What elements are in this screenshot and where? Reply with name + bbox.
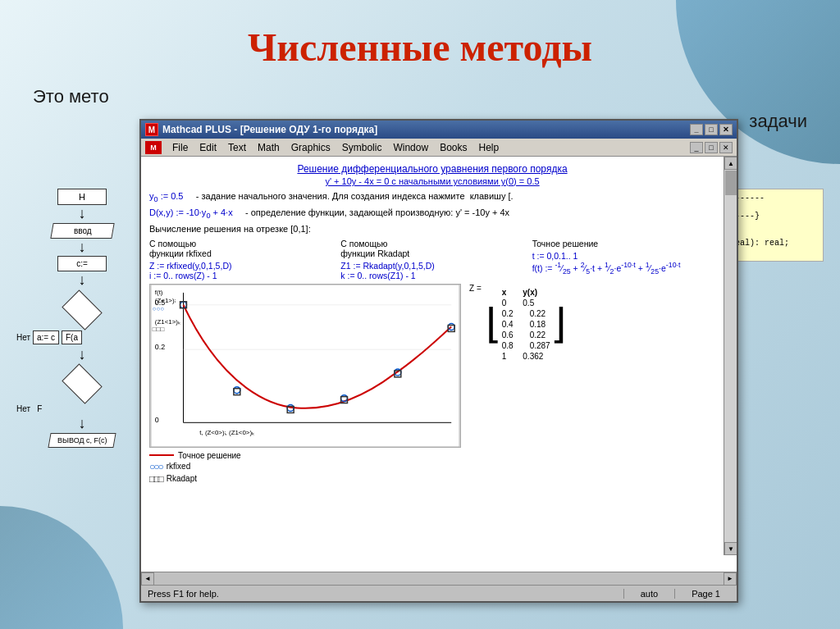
table-row: 0.60.22 [502, 330, 550, 340]
svg-text:0.2: 0.2 [155, 343, 165, 351]
title-buttons: _ □ ✕ [690, 124, 733, 135]
svg-text:(Z<1>)ᵢ: (Z<1>)ᵢ [155, 296, 176, 303]
scroll-left-arrow[interactable]: ◄ [141, 572, 154, 586]
mathcad-app-icon: M [145, 123, 158, 136]
col2-formula2: k := 0.. rows(Z1) - 1 [340, 271, 523, 280]
legend-rkadapt: □□□ Rkadapt [149, 473, 715, 485]
legend-exact: Точное решение [149, 451, 715, 460]
table-row: 0.40.18 [502, 320, 550, 329]
right-code-block: ------- -----} ; real): real; ; [725, 189, 824, 262]
menu-symbolic[interactable]: Symbolic [337, 141, 387, 154]
svg-text:t, (Z<0>)ᵢ, (Z1<0>)ₖ: t, (Z<0>)ᵢ, (Z1<0>)ₖ [199, 429, 254, 436]
legend-label-exact: Точное решение [178, 451, 241, 460]
status-bar: Press F1 for help. auto Page 1 [141, 585, 737, 601]
y0-line: y0 := 0.5 - задание начального значения.… [149, 190, 715, 205]
fc-diamond2 [62, 364, 102, 404]
scroll-up-arrow[interactable]: ▲ [724, 157, 737, 170]
menu-edit[interactable]: Edit [194, 141, 221, 154]
scroll-thumb[interactable] [725, 171, 737, 195]
svg-text:□□□: □□□ [153, 326, 165, 333]
col3-formula2: f(t) := -1⁄25 + 2⁄5·t + 1⁄2·e-10·t + 1⁄2… [532, 261, 715, 276]
title-bar-left: M Mathcad PLUS - [Решение ОДУ 1-го поряд… [145, 123, 377, 136]
menu-graphics[interactable]: Graphics [286, 141, 336, 154]
fc-arrow2: ↓ [16, 239, 148, 257]
svg-text:(Z1<1>)ₖ: (Z1<1>)ₖ [155, 317, 180, 325]
col-exact: Точное решение t := 0,0.1.. 1 f(t) := -1… [532, 239, 715, 280]
code-line-2: -----} [730, 212, 819, 221]
menu-text[interactable]: Text [223, 141, 251, 154]
scroll-right-arrow[interactable]: ► [724, 572, 737, 586]
range-line: Вычисление решения на отрезке [0,1]: [149, 223, 715, 235]
legend: Точное решение ○○○ rkfixed □□□ Rkadapt [149, 451, 715, 485]
code-line-1: ------- [730, 194, 819, 203]
graph-svg: 0.5 0.2 0 f(t) (Z<1>)ᵢ ○○○ (Z1<1>) [150, 285, 460, 447]
dxy-line: D(x,y) := -10·y0 + 4·x - определение фун… [149, 207, 715, 221]
window-title: Mathcad PLUS - [Решение ОДУ 1-го порядка… [162, 124, 377, 135]
scrollbar-horizontal: ◄ ► [141, 572, 737, 585]
status-page: Page 1 [675, 589, 737, 599]
slide-title: Численные методы [0, 0, 840, 82]
table-header: x y(x) [502, 288, 550, 297]
fc-diamond1 [62, 289, 102, 330]
col3-formula1: t := 0,0.1.. 1 [532, 251, 715, 261]
col1-formula2: i := 0.. rows(Z) - 1 [149, 271, 332, 280]
inner-minimize-button[interactable]: _ [690, 142, 703, 153]
scrollbar-right[interactable]: ▲ ▼ [724, 157, 737, 555]
col-yx: y(x) [523, 288, 537, 297]
scroll-down-arrow[interactable]: ▼ [724, 542, 737, 555]
flowchart: H ↓ ввод ↓ c:= ↓ Нет a:= c F(a ↓ Нет F ↓… [16, 189, 148, 448]
app-icon: M [145, 141, 162, 154]
z-matrix-data: x y(x) 00.5 0.20.22 0.40.18 0.60.22 0.80… [502, 284, 550, 365]
slide-subtitle-left: Это мето [0, 82, 840, 112]
minimize-button[interactable]: _ [690, 124, 703, 135]
fc-arrow4: ↓ [16, 346, 148, 364]
menu-books[interactable]: Books [435, 141, 472, 154]
fc-assign: a:= c [33, 330, 59, 344]
svg-text:○○○: ○○○ [153, 304, 164, 312]
menu-math[interactable]: Math [253, 141, 285, 154]
graph-table-area: 0.5 0.2 0 f(t) (Z<1>)ᵢ ○○○ (Z1<1>) [149, 284, 715, 448]
fc-arrow1: ↓ [16, 205, 148, 223]
col1-header: С помощьюфункции rkfixed [149, 239, 332, 258]
fc-calc: c:= [57, 256, 107, 271]
col-x: x [502, 288, 507, 297]
slide-subtitle-right: задачи [749, 111, 807, 132]
status-help: Press F1 for help. [141, 589, 624, 599]
legend-squares: □□□ [149, 473, 162, 485]
doc-subtitle: y' + 10y - 4x = 0 с начальными условиями… [149, 176, 715, 186]
inner-maximize-button[interactable]: □ [705, 142, 718, 153]
close-button[interactable]: ✕ [719, 124, 733, 135]
menu-help[interactable]: Help [474, 141, 504, 154]
fc-output: ВЫВОД c, F(c) [48, 433, 116, 448]
scroll-track [724, 170, 737, 542]
legend-label-rkadapt: Rkadapt [167, 474, 197, 483]
menu-file[interactable]: File [167, 141, 193, 154]
fc-start: H [57, 189, 107, 205]
fc-arrow5: ↓ [16, 415, 148, 433]
code-line-5: ; [730, 248, 819, 257]
status-mode: auto [624, 589, 675, 599]
fc-fa: F(a [62, 330, 82, 344]
bg-decoration-bottom-left [0, 506, 123, 629]
col1-formula1: Z := rkfixed(y,0,1,5,D) [149, 261, 332, 271]
legend-rkfixed: ○○○ rkfixed [149, 461, 715, 472]
col2-header: С помощьюфункции Rkadapt [340, 239, 523, 258]
col2-formula1: Z1 := Rkadapt(y,0,1,5,D) [340, 261, 523, 271]
three-columns: С помощьюфункции rkfixed Z := rkfixed(y,… [149, 239, 715, 280]
legend-label-rkfixed: rkfixed [167, 462, 190, 471]
table-row: 0.80.287 [502, 341, 550, 350]
maximize-button[interactable]: □ [705, 124, 718, 135]
table-row: 00.5 [502, 299, 550, 308]
doc-title: Решение дифференциального уравнения перв… [149, 163, 715, 175]
fc-no1: Нет [16, 333, 30, 342]
menu-window[interactable]: Window [388, 141, 433, 154]
z-table: Z = ⌊ x y(x) 00.5 0.20.22 0.40.18 [469, 284, 715, 448]
title-bar: M Mathcad PLUS - [Решение ОДУ 1-го поряд… [141, 121, 737, 139]
content-area: Решение дифференциального уравнения перв… [141, 157, 737, 572]
fc-input: ввод [50, 223, 114, 239]
table-row: 10.362 [502, 352, 550, 361]
fc-no2: Нет F [16, 404, 148, 413]
inner-close-button[interactable]: ✕ [719, 142, 733, 153]
menu-bar: M File Edit Text Math Graphics Symbolic … [141, 139, 737, 157]
svg-text:f(t): f(t) [155, 288, 163, 295]
